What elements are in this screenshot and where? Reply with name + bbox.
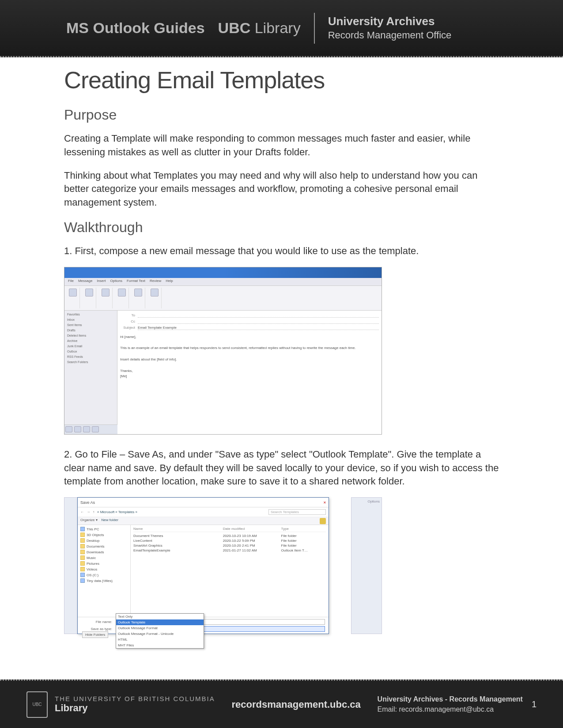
tab-options[interactable]: Options [110,279,122,285]
col-name[interactable]: Name [133,527,223,531]
breadcrumb[interactable]: « Microsoft « Templates » [97,510,137,514]
close-icon[interactable]: × [324,500,326,505]
ribbon-toolbar [64,286,382,311]
tags-icon[interactable] [134,289,142,296]
tree-item[interactable]: Videos [80,567,128,571]
folder-icon [80,550,85,554]
tree-item[interactable]: 3D Objects [80,533,128,537]
header-series-title: MS Outlook Guides [66,19,205,37]
people-icon[interactable] [83,426,90,432]
attach-icon[interactable] [102,289,110,296]
dropdown-option[interactable]: MHT Files [116,642,204,648]
content-area: Creating Email Templates Purpose Creatin… [0,57,563,656]
back-icon[interactable]: ← [80,510,84,514]
dropdown-option-selected[interactable]: Outlook Template [116,619,204,625]
dropdown-option[interactable]: Outlook Message Format [116,625,204,631]
outlook-compose-screenshot: File Message Insert Options Format Text … [64,267,382,435]
file-row[interactable]: Document Themes2020-10-23 10:19 AMFile f… [133,533,326,538]
tree-item[interactable]: Desktop [80,538,128,543]
footer-dept: University Archives - Records Management [378,694,523,704]
folder-icon [80,561,85,566]
header-bar: MS Outlook Guides UBC Library University… [0,0,563,57]
header-library: UBC Library [218,19,301,37]
tab-review[interactable]: Review [150,279,161,285]
tab-insert[interactable]: Insert [97,279,106,285]
folder-icon [80,567,85,571]
tasks-icon[interactable] [92,426,99,432]
tree-item[interactable]: Downloads [80,550,128,554]
col-type[interactable]: Type [281,527,326,531]
sidebar-item[interactable]: Inbox [66,318,115,322]
header-divider [314,13,315,44]
tree-item[interactable]: Tiny data (\\files) [80,578,128,583]
hide-folders-button[interactable]: Hide Folders [82,631,108,638]
sidebar-item[interactable]: Deleted Items [66,334,115,338]
paste-icon[interactable] [69,289,77,296]
screenshot-saveas-wrap: Options Save As × ← → ↑ « Microsoft « Te… [64,497,499,656]
file-row[interactable]: SmartArt Graphics2020-10-20 2:41 PMFile … [133,543,326,548]
message-body[interactable]: Hi [name], This is an example of an emai… [120,334,379,379]
tree-item[interactable]: Documents [80,544,128,548]
tab-format-text[interactable]: Format Text [127,279,145,285]
page-footer: UBC THE UNIVERSITY OF BRITISH COLUMBIA L… [0,679,563,728]
cc-input[interactable] [138,319,379,324]
forward-icon[interactable]: → [87,510,90,514]
to-input[interactable] [138,313,379,318]
tree-item[interactable]: This PC [80,527,128,531]
sidebar-item[interactable]: Favorites [66,312,115,316]
page-number: 1 [532,699,537,709]
sidebar-item[interactable]: Junk Email [66,344,115,348]
header-ubc: UBC [218,19,251,36]
pc-icon [80,527,85,531]
savetype-label: Save as type: [81,627,112,631]
msg-line-2: Insert details about the [field of info]… [120,357,379,363]
header-right-block: University Archives Records Management O… [328,14,452,41]
page-title: Creating Email Templates [64,66,499,94]
dropdown-option[interactable]: HTML [116,637,204,642]
organize-button[interactable]: Organize ▾ [80,518,98,522]
tree-item[interactable]: Music [80,555,128,560]
folder-icon [80,555,85,560]
dropdown-option[interactable]: Outlook Message Format - Unicode [116,631,204,637]
calendar-icon[interactable] [74,426,81,432]
zoom-icon[interactable] [151,289,159,296]
col-date[interactable]: Date modified [223,527,281,531]
header-library-word: Library [255,19,301,36]
dialog-title: Save As [80,500,95,505]
dialog-titlebar: Save As × [78,498,329,507]
sidebar-item[interactable]: Sent Items [66,323,115,327]
tab-help[interactable]: Help [166,279,173,285]
tab-message[interactable]: Message [78,279,92,285]
sidebar-item[interactable]: Archive [66,339,115,343]
tab-file[interactable]: File [68,279,74,285]
step-1-text: 1. First, compose a new email message th… [64,244,499,258]
sidebar-item[interactable]: RSS Feeds [66,355,115,359]
tree-item[interactable]: OS (C:) [80,573,128,577]
gear-icon[interactable] [320,518,326,524]
msg-signoff-1: Thanks, [120,368,379,374]
up-icon[interactable]: ↑ [93,510,94,514]
sidebar-item[interactable]: Drafts [66,328,115,332]
tree-item[interactable]: Pictures [80,561,128,566]
signature-icon[interactable] [118,289,126,296]
cc-label: Cc [120,319,135,323]
file-row[interactable]: LiveContent2020-10-22 5:09 PMFile folder [133,538,326,543]
subject-label: Subject [120,326,135,330]
screenshot-compose-wrap: File Message Insert Options Format Text … [64,267,499,435]
search-input[interactable]: Search Templates [268,509,326,515]
sidebar-item[interactable]: Outbox [66,349,115,353]
folder-icon [80,538,85,543]
footer-library: Library [55,702,215,714]
sidebar-item[interactable]: Search Folders [66,360,115,364]
header-archives: University Archives [328,14,452,29]
footer-contact: University Archives - Records Management… [378,694,523,714]
dropdown-option[interactable]: Text Only [116,614,204,619]
subject-input[interactable]: Email Template Example [138,326,379,330]
msg-line: This is an example of an email template … [120,345,379,351]
new-folder-button[interactable]: New folder [102,518,118,522]
msg-greeting: Hi [name], [120,334,379,340]
file-row[interactable]: EmailTemplateExample2021-01-27 11:02 AMO… [133,548,326,553]
window-titlebar [64,267,382,278]
mail-icon[interactable] [65,426,72,432]
font-icon[interactable] [85,289,93,296]
